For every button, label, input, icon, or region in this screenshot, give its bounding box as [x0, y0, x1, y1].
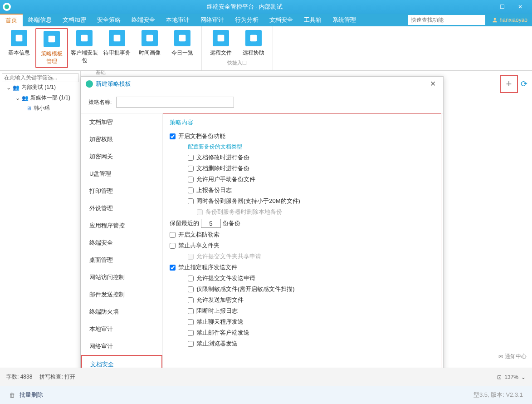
- menu-tab-8[interactable]: 文档安全: [264, 14, 298, 26]
- policy-name-input[interactable]: [116, 97, 234, 108]
- notification-center[interactable]: ✉通知中心: [498, 353, 527, 360]
- category-item-5[interactable]: 外设管理: [81, 200, 162, 217]
- menu-tab-1[interactable]: 终端信息: [23, 14, 57, 26]
- chk-report-log[interactable]: 上报备份日志: [188, 186, 434, 194]
- chk-backup-on-modify[interactable]: 文档修改时进行备份: [188, 153, 434, 162]
- svg-rect-3: [81, 35, 88, 42]
- tree-leaf-user[interactable]: 🖥韩小瑶: [0, 103, 80, 113]
- chk-backup-on-delete[interactable]: 文档删除时进行备份: [188, 164, 434, 172]
- refresh-icon[interactable]: ⟳: [521, 79, 527, 89]
- user-icon: [492, 17, 498, 23]
- svg-rect-7: [218, 35, 225, 42]
- ribbon-item-remote-file[interactable]: 远程文件: [205, 28, 237, 59]
- svg-rect-6: [179, 35, 186, 42]
- menu-tab-0[interactable]: 首页: [0, 14, 23, 26]
- chk-only-sensitive[interactable]: 仅限制敏感文件(需开启敏感文件扫描): [188, 285, 434, 293]
- chk-enable-backup[interactable]: 开启文档备份功能: [170, 132, 434, 140]
- chk-allow-send-req[interactable]: 允许提交文件发送申请: [188, 274, 434, 282]
- retain-count-input[interactable]: [201, 219, 221, 228]
- retain-prefix: 保留最近的: [170, 219, 199, 227]
- app-icon: [3, 3, 11, 11]
- zoom-down-icon[interactable]: ⌄: [521, 374, 526, 380]
- chk-block-log[interactable]: 阻断时上报日志: [188, 307, 434, 315]
- menu-tab-5[interactable]: 本地审计: [161, 14, 195, 26]
- chk-delete-local: 备份到服务器时删除本地备份: [197, 208, 434, 216]
- category-item-4[interactable]: 打印管理: [81, 182, 162, 200]
- ribbon-group: 基本信息策略模板管理客户端安装包待审批事务时间画像今日一览基础: [0, 26, 202, 70]
- ribbon-item-package[interactable]: 客户端安装包: [68, 28, 101, 68]
- menu-bar: 首页终端信息文档加密安全策略终端安全本地审计网络审计行为分析文档安全工具箱系统管…: [0, 14, 532, 26]
- close-button[interactable]: ✕: [511, 0, 529, 14]
- chk-allow-enc-send[interactable]: 允许发送加密文件: [188, 296, 434, 304]
- zoom-fit-icon[interactable]: ⊡: [497, 374, 502, 380]
- category-item-6[interactable]: 应用程序管控: [81, 217, 162, 234]
- chk-anti-ransom[interactable]: 开启文档防勒索: [170, 231, 434, 239]
- category-item-9[interactable]: 网站访问控制: [81, 269, 162, 286]
- menu-tab-10[interactable]: 系统管理: [327, 14, 361, 26]
- title-bar: 终端安全管控平台 - 内部测试 ─ ☐ ✕: [0, 0, 532, 14]
- category-item-13[interactable]: 网络审计: [81, 338, 162, 355]
- ribbon-label: 基本信息: [8, 49, 30, 57]
- word-count-label: 字数: 4838: [6, 373, 32, 381]
- category-item-2[interactable]: 加密网关: [81, 148, 162, 165]
- dialog-close-button[interactable]: ✕: [427, 79, 439, 88]
- category-item-7[interactable]: 终端安全: [81, 234, 162, 251]
- user-menu[interactable]: hanxiaoyao: [487, 14, 532, 26]
- bulk-delete-button[interactable]: 批量删除: [20, 391, 43, 399]
- chk-deny-chat[interactable]: 禁止聊天程序发送: [188, 318, 434, 326]
- menu-tab-4[interactable]: 终端安全: [126, 14, 161, 26]
- svg-rect-4: [114, 35, 121, 42]
- category-item-0[interactable]: 文档加密: [81, 113, 162, 131]
- policy-content-pane: 策略内容 开启文档备份功能 配置要备份的文档类型 文档修改时进行备份 文档删除时…: [163, 113, 441, 374]
- ribbon-item-template[interactable]: 策略模板管理: [35, 28, 68, 68]
- policy-content-title: 策略内容: [170, 118, 434, 127]
- search-input[interactable]: [408, 15, 485, 25]
- dialog-body: 文档加密加密权限加密网关U盘管理打印管理外设管理应用程序管控终端安全桌面管理网站…: [81, 113, 443, 375]
- menu-tab-6[interactable]: 网络审计: [195, 14, 229, 26]
- retain-row: 保留最近的 份备份: [170, 219, 434, 228]
- tree-search-input[interactable]: [2, 73, 79, 82]
- menu-tabs: 首页终端信息文档加密安全策略终端安全本地审计网络审计行为分析文档安全工具箱系统管…: [0, 14, 361, 26]
- menu-tab-2[interactable]: 文档加密: [57, 14, 92, 26]
- chk-deny-browser[interactable]: 禁止浏览器发送: [188, 340, 434, 348]
- add-button[interactable]: +: [500, 75, 518, 93]
- svg-rect-8: [250, 35, 257, 42]
- status-bar-1: 字数: 4838 拼写检查: 打开 ⊡ 137% ⌄: [0, 368, 532, 386]
- status-bar-2: 🗑 批量删除 型3.5, 版本: V2.3.1: [0, 386, 532, 404]
- chk-allow-manual[interactable]: 允许用户手动备份文件: [188, 175, 434, 183]
- tree-root[interactable]: ⌄👥内部测试 (1/1): [0, 82, 80, 93]
- dialog-title-bar: 新建策略模板 ✕: [81, 77, 443, 91]
- ribbon-item-clock[interactable]: 时间画像: [133, 28, 166, 68]
- chk-deny-mail[interactable]: 禁止邮件客户端发送: [188, 329, 434, 337]
- link-config-types[interactable]: 配置要备份的文档类型: [188, 143, 434, 151]
- category-item-10[interactable]: 邮件发送控制: [81, 286, 162, 303]
- menu-tab-9[interactable]: 工具箱: [298, 14, 327, 26]
- menu-tab-3[interactable]: 安全策略: [92, 14, 126, 26]
- zoom-level: 137%: [504, 374, 518, 380]
- minimize-button[interactable]: ─: [475, 0, 493, 14]
- ribbon-label: 待审批事务: [103, 49, 131, 57]
- ribbon-item-remote-help[interactable]: 远程协助: [237, 28, 270, 59]
- user-name: hanxiaoyao: [500, 17, 527, 23]
- chk-allow-share-req: 允许提交文件夹共享申请: [188, 252, 434, 261]
- ribbon-label: 客户端安装包: [71, 49, 98, 64]
- category-item-8[interactable]: 桌面管理: [81, 251, 162, 269]
- chk-deny-prog-send[interactable]: 禁止指定程序发送文件: [170, 263, 434, 271]
- chk-deny-share[interactable]: 禁止共享文件夹: [170, 241, 434, 250]
- maximize-button[interactable]: ☐: [493, 0, 511, 14]
- ribbon-group-label: 快捷入口: [227, 59, 247, 66]
- ribbon-item-today[interactable]: 今日一览: [166, 28, 199, 68]
- zoom-control[interactable]: ⊡ 137% ⌄: [497, 374, 526, 380]
- category-item-3[interactable]: U盘管理: [81, 165, 162, 182]
- svg-rect-1: [16, 35, 23, 42]
- category-item-12[interactable]: 本地审计: [81, 320, 162, 338]
- tree-node-dept[interactable]: ⌄👥新媒体一部 (1/1): [0, 93, 80, 103]
- ribbon-label: 策略模板管理: [39, 50, 64, 65]
- ribbon-item-approve[interactable]: 待审批事务: [101, 28, 133, 68]
- category-item-1[interactable]: 加密权限: [81, 131, 162, 148]
- category-item-11[interactable]: 终端防火墙: [81, 303, 162, 320]
- ribbon-item-info[interactable]: 基本信息: [3, 28, 35, 68]
- chk-also-server[interactable]: 同时备份到服务器(支持小于20M的文件): [188, 197, 434, 205]
- trash-icon[interactable]: 🗑: [9, 392, 15, 399]
- menu-tab-7[interactable]: 行为分析: [229, 14, 264, 26]
